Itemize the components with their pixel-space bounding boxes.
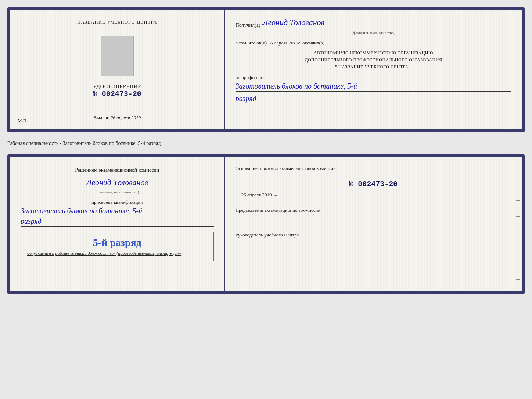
cert1-issued-line: Выдано 26 апреля 2019 xyxy=(93,115,141,121)
cert1-title: УДОСТОВЕРЕНИЕ xyxy=(93,84,141,90)
cert2-right: Основание: протокол экзаменационной коми… xyxy=(225,157,522,291)
cert2-basis-heading: Основание: протокол экзаменационной коми… xyxy=(236,165,511,172)
cert2-protocol-number: № 002473-20 xyxy=(236,180,511,188)
cert2-director-title: Руководитель учебного Центра xyxy=(236,231,511,239)
cert1-recipient-line: Получил(а) Леонид Толованов – xyxy=(236,18,511,28)
cert2-qualification-label: присвоена квалификация xyxy=(21,199,214,205)
cert1-profession-label: по профессии xyxy=(236,75,511,81)
stamp-admission: допускается к работе согласно должностны… xyxy=(27,251,207,256)
page-wrapper: НАЗВАНИЕ УЧЕБНОГО ЦЕНТРА УДОСТОВЕРЕНИЕ №… xyxy=(7,7,525,294)
stamp-box: 5-й разряд допускается к работе согласно… xyxy=(21,232,214,261)
cert2-signatures: Председатель экзаменационной комиссии Ру… xyxy=(236,207,511,249)
certificate-card-2: Решением экзаменационной комиссии Леонид… xyxy=(7,154,525,294)
cert2-side-decorative-lines xyxy=(514,157,522,291)
cert2-director-signature-line xyxy=(236,242,287,249)
cert2-chairman-title: Председатель экзаменационной комиссии xyxy=(236,207,511,214)
certificate-card-1: НАЗВАНИЕ УЧЕБНОГО ЦЕНТРА УДОСТОВЕРЕНИЕ №… xyxy=(7,7,525,132)
cert2-left: Решением экзаменационной комиссии Леонид… xyxy=(10,157,225,291)
cert1-number: № 002473-20 xyxy=(93,90,141,98)
cert1-title-block: УДОСТОВЕРЕНИЕ № 002473-20 xyxy=(93,84,141,98)
cert2-chairman-signature-line xyxy=(236,217,287,224)
mp-label: М.П. xyxy=(18,118,28,124)
cert1-org-name: НАЗВАНИЕ УЧЕБНОГО ЦЕНТРА xyxy=(77,19,157,25)
side-decorative-lines xyxy=(514,10,522,129)
cert1-certified-line: в том, что он(а) 26 апреля 2019г. окончи… xyxy=(236,40,511,46)
cert2-heading: Решением экзаменационной комиссии xyxy=(21,166,214,174)
stamp-rank: 5-й разряд xyxy=(27,237,207,249)
cert2-date-from: от 26 апреля 2019 – xyxy=(236,192,511,198)
info-text: Рабочая специальность - Заготовитель бло… xyxy=(7,139,525,148)
cert1-org-block: АВТОНОМНУЮ НЕКОММЕРЧЕСКУЮ ОРГАНИЗАЦИЮ ДО… xyxy=(236,50,511,71)
photo-placeholder xyxy=(101,36,134,76)
cert1-left: НАЗВАНИЕ УЧЕБНОГО ЦЕНТРА УДОСТОВЕРЕНИЕ №… xyxy=(10,10,225,129)
cert1-right: Получил(а) Леонид Толованов – (фамилия, … xyxy=(225,10,522,129)
